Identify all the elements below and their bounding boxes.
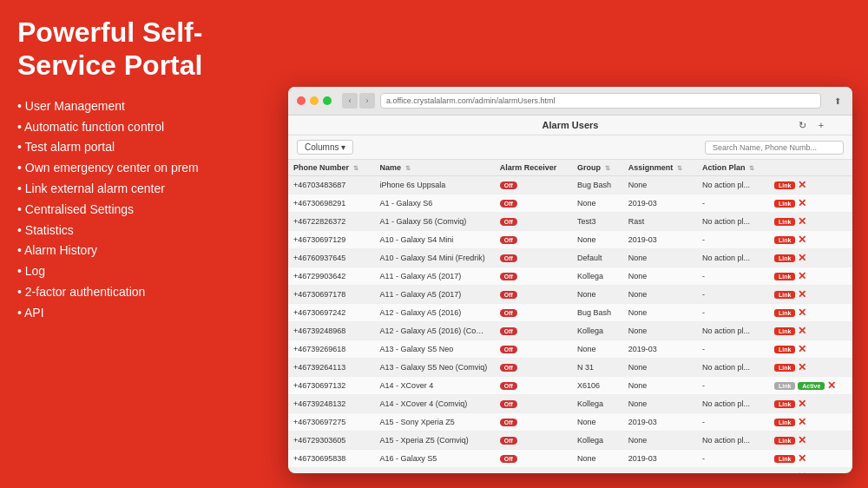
cell-alarm-receiver[interactable]: Off	[495, 322, 572, 340]
delete-button[interactable]: ✕	[798, 471, 806, 473]
toggle-off[interactable]: Off	[500, 200, 517, 208]
link-button[interactable]: Link	[774, 473, 795, 474]
cell-alarm-receiver[interactable]: Off	[495, 395, 572, 413]
delete-button[interactable]: ✕	[798, 197, 806, 209]
toggle-off[interactable]: Off	[500, 419, 517, 426]
delete-button[interactable]: ✕	[798, 361, 806, 373]
table-row[interactable]: +46730697132A14 - XCover 4OffX6106None-L…	[288, 377, 852, 395]
link-button[interactable]: Link	[774, 200, 795, 208]
link-button[interactable]: Link	[774, 273, 795, 280]
toggle-off[interactable]: Off	[500, 273, 517, 280]
toggle-off[interactable]: Off	[500, 309, 517, 317]
delete-button[interactable]: ✕	[798, 234, 806, 246]
search-input[interactable]	[705, 141, 844, 155]
table-row[interactable]: +46729306599A16 - Galaxy S5 (Comviq)OffK…	[288, 468, 852, 474]
cell-actions[interactable]: Link✕	[769, 322, 852, 340]
table-row[interactable]: +46739248968A12 - Galaxy A5 (2016) (Comv…	[288, 322, 852, 340]
toggle-off[interactable]: Off	[500, 382, 517, 390]
delete-button[interactable]: ✕	[827, 379, 836, 392]
cell-alarm-receiver[interactable]: Off	[495, 468, 572, 474]
table-row[interactable]: +46739264113A13 - Galaxy S5 Neo (Comviq)…	[288, 359, 852, 377]
link-button[interactable]: Link	[774, 254, 795, 262]
link-button[interactable]: Link	[774, 419, 795, 426]
link-button[interactable]: Link	[774, 346, 795, 353]
delete-button[interactable]: ✕	[798, 416, 806, 428]
cell-alarm-receiver[interactable]: Off	[495, 286, 572, 304]
link-button[interactable]: Link	[774, 218, 795, 226]
address-bar[interactable]: a.office.crystalalarm.com/admin/alarmUse…	[380, 93, 821, 109]
close-button[interactable]	[297, 96, 306, 105]
cell-actions[interactable]: Link✕	[769, 304, 852, 322]
link-button[interactable]: Link	[774, 455, 795, 463]
delete-button[interactable]: ✕	[798, 343, 806, 355]
back-button[interactable]: ‹	[342, 93, 358, 109]
delete-button[interactable]: ✕	[798, 307, 806, 319]
toggle-off[interactable]: Off	[500, 455, 517, 463]
maximize-button[interactable]	[323, 96, 332, 105]
cell-actions[interactable]: Link✕	[769, 213, 852, 231]
cell-actions[interactable]: Link✕	[769, 176, 852, 195]
cell-actions[interactable]: Link✕	[769, 249, 852, 267]
cell-alarm-receiver[interactable]: Off	[495, 176, 572, 195]
table-row[interactable]: +46730695838A16 - Galaxy S5OffNone2019-0…	[288, 450, 852, 468]
toggle-off[interactable]: Off	[500, 437, 517, 445]
cell-alarm-receiver[interactable]: Off	[495, 304, 572, 322]
cell-alarm-receiver[interactable]: Off	[495, 267, 572, 286]
delete-button[interactable]: ✕	[798, 398, 806, 410]
cell-alarm-receiver[interactable]: Off	[495, 432, 572, 450]
cell-actions[interactable]: Link✕	[769, 395, 852, 413]
delete-button[interactable]: ✕	[798, 434, 806, 446]
columns-button[interactable]: Columns ▾	[297, 140, 353, 155]
cell-actions[interactable]: Link✕	[769, 432, 852, 450]
table-row[interactable]: +46730697242A12 - Galaxy A5 (2016)OffBug…	[288, 304, 852, 322]
delete-button[interactable]: ✕	[798, 325, 806, 337]
cell-actions[interactable]: Link✕	[769, 359, 852, 377]
table-container[interactable]: Phone Number ⇅ Name ⇅ Alarm Receiver Gro…	[288, 160, 852, 473]
cell-actions[interactable]: LinkActive✕	[769, 377, 852, 395]
toggle-off[interactable]: Off	[500, 218, 517, 226]
table-row[interactable]: +46739248132A14 - XCover 4 (Comviq)OffKo…	[288, 395, 852, 413]
delete-button[interactable]: ✕	[798, 179, 806, 191]
cell-actions[interactable]: Link✕	[769, 195, 852, 213]
table-row[interactable]: +46739269618A13 - Galaxy S5 NeoOffNone20…	[288, 340, 852, 359]
table-row[interactable]: +46730697178A11 - Galaxy A5 (2017)OffNon…	[288, 286, 852, 304]
toggle-off[interactable]: Off	[500, 364, 517, 372]
table-row[interactable]: +46703483687iPhone 6s UppsalaOffBug Bash…	[288, 176, 852, 195]
toggle-off[interactable]: Off	[500, 291, 517, 299]
forward-button[interactable]: ›	[359, 93, 375, 109]
cell-actions[interactable]: Link✕	[769, 468, 852, 474]
toggle-off[interactable]: Off	[500, 236, 517, 244]
cell-alarm-receiver[interactable]: Off	[495, 450, 572, 468]
cell-actions[interactable]: Link✕	[769, 231, 852, 249]
table-row[interactable]: +46730698291A1 - Galaxy S6OffNone2019-03…	[288, 195, 852, 213]
table-row[interactable]: +46760937645A10 - Galaxy S4 Mini (Fredri…	[288, 249, 852, 267]
toggle-off[interactable]: Off	[500, 400, 517, 408]
cell-alarm-receiver[interactable]: Off	[495, 249, 572, 267]
delete-button[interactable]: ✕	[798, 452, 806, 465]
cell-alarm-receiver[interactable]: Off	[495, 195, 572, 213]
link-button[interactable]: Link	[774, 181, 795, 189]
link-button[interactable]: Link	[774, 400, 795, 408]
cell-actions[interactable]: Link✕	[769, 450, 852, 468]
toggle-off[interactable]: Off	[500, 346, 517, 353]
link-button[interactable]: Link	[774, 291, 795, 299]
link-button[interactable]: Link	[774, 364, 795, 372]
toggle-off[interactable]: Off	[500, 181, 517, 189]
cell-actions[interactable]: Link✕	[769, 413, 852, 432]
delete-button[interactable]: ✕	[798, 270, 806, 282]
minimize-button[interactable]	[310, 96, 319, 105]
table-row[interactable]: +46722826372A1 - Galaxy S6 (Comviq)OffTe…	[288, 213, 852, 231]
cell-actions[interactable]: Link✕	[769, 267, 852, 286]
cell-alarm-receiver[interactable]: Off	[495, 359, 572, 377]
toggle-off[interactable]: Off	[500, 327, 517, 335]
cell-alarm-receiver[interactable]: Off	[495, 340, 572, 359]
link-button[interactable]: Link	[774, 382, 795, 390]
active-button[interactable]: Active	[798, 382, 825, 390]
cell-alarm-receiver[interactable]: Off	[495, 413, 572, 432]
add-icon[interactable]: +	[814, 118, 828, 132]
refresh-icon[interactable]: ↻	[795, 118, 809, 132]
toggle-off[interactable]: Off	[500, 254, 517, 262]
table-row[interactable]: +46730697129A10 - Galaxy S4 MiniOffNone2…	[288, 231, 852, 249]
delete-button[interactable]: ✕	[798, 288, 806, 300]
share-icon[interactable]: ⬆	[832, 95, 844, 107]
